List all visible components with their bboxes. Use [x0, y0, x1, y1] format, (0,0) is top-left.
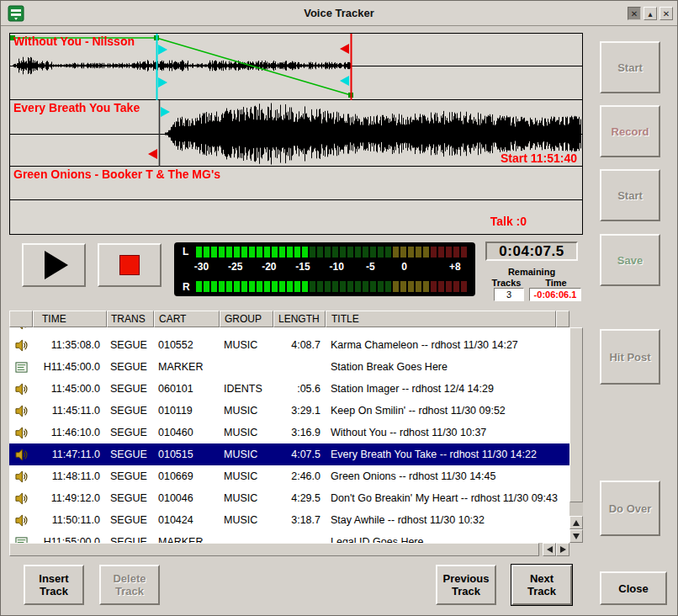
- log-cell-trans: SEGUE: [107, 536, 154, 543]
- speaker-icon: [15, 339, 28, 352]
- horizontal-scrollbar[interactable]: [9, 543, 569, 556]
- log-cell-cart: MARKER: [154, 361, 220, 373]
- time-remaining-label: Time: [532, 278, 580, 288]
- column-header-title[interactable]: TITLE: [326, 311, 556, 327]
- track-2-title: Every Breath You Take: [13, 101, 140, 114]
- log-row[interactable]: 11:49:12.0 SEGUE 010046 MUSIC 4:29.5 Don…: [9, 487, 569, 509]
- log-row[interactable]: 11:45:00.0 SEGUE 060101 IDENTS :05.6 Sta…: [9, 378, 569, 400]
- log-cell-title: Keep On Smilin' -- rdhost 11/30 09:52: [326, 405, 569, 417]
- next-track-label-line2: Track: [527, 585, 556, 597]
- log-cell-cart: 010669: [154, 470, 220, 482]
- waveform-track-2[interactable]: Every Breath You Take Start 11:51:40: [10, 100, 582, 167]
- insert-track-label-line2: Track: [40, 585, 68, 597]
- log-cell-trans: SEGUE: [107, 514, 154, 526]
- marker-icon: [15, 536, 28, 544]
- speaker-icon: [15, 427, 28, 439]
- log-header: TIME TRANS CART GROUP LENGTH TITLE: [9, 311, 583, 327]
- start-track1-button[interactable]: Start: [600, 41, 660, 93]
- window-pin-button[interactable]: ✕: [628, 7, 641, 20]
- delete-track-button[interactable]: DeleteTrack: [99, 565, 160, 605]
- log-cell-cart: MARKER: [154, 536, 220, 543]
- log-cell-icon: [9, 383, 33, 396]
- meter-left-label: L: [183, 246, 188, 258]
- meter-scale-label: -10: [330, 261, 344, 273]
- start-track2-button[interactable]: Start: [600, 169, 660, 221]
- play-button[interactable]: [22, 243, 86, 287]
- log-cell-title: Station Break Goes Here: [326, 361, 569, 373]
- meter-scale-label: -5: [366, 261, 375, 273]
- app-icon[interactable]: [8, 5, 24, 22]
- column-header-icon[interactable]: [9, 311, 33, 327]
- meter-scale-label: -15: [295, 261, 310, 273]
- log-cell-cart: 010460: [154, 427, 220, 438]
- log-cell-length: 3:29.1: [273, 405, 326, 417]
- log-cell-length: 2:46.0: [273, 470, 326, 482]
- log-cell-length: 3:16.9: [273, 427, 326, 438]
- marker-icon: [15, 361, 28, 374]
- log-cell-icon: [9, 492, 33, 505]
- hit-post-button[interactable]: Hit Post: [600, 329, 660, 385]
- column-header-time[interactable]: TIME: [33, 311, 107, 327]
- log-cell-time: H11:55:00.0: [33, 536, 107, 543]
- meter-scale-label: 0: [401, 261, 407, 273]
- log-row[interactable]: 11:35:08.0 SEGUE 010552 MUSIC 4:08.7 Kar…: [9, 334, 569, 356]
- log-cell-icon: [9, 449, 33, 461]
- log-cell-trans: SEGUE: [107, 492, 154, 504]
- elapsed-time-display: 0:04:07.5: [485, 242, 578, 261]
- log-row[interactable]: 11:47:11.0 SEGUE 010515 MUSIC 4:07.5 Eve…: [9, 443, 569, 465]
- horizontal-scrollbar-thumb[interactable]: [9, 543, 539, 556]
- play-icon: [45, 251, 68, 279]
- scroll-down-button[interactable]: [569, 529, 583, 543]
- column-header-group[interactable]: GROUP: [220, 311, 273, 327]
- scroll-left-button[interactable]: [543, 543, 556, 556]
- record-button[interactable]: Record: [600, 105, 660, 157]
- log-cell-cart: 010552: [154, 339, 220, 351]
- log-cell-title: Every Breath You Take -- rdhost 11/30 14…: [326, 449, 569, 460]
- log-row[interactable]: H11:55:00.0 SEGUE MARKER Legal ID Goes H…: [9, 531, 569, 543]
- scroll-right-button[interactable]: [556, 543, 569, 556]
- log-row[interactable]: H11:45:00.0 SEGUE MARKER Station Break G…: [9, 356, 569, 378]
- log-row[interactable]: 11:45:11.0 SEGUE 010119 MUSIC 3:29.1 Kee…: [9, 400, 569, 422]
- log-row[interactable]: 11:50:11.0 SEGUE 010424 MUSIC 3:18.7 Sta…: [9, 509, 569, 531]
- column-header-length[interactable]: LENGTH: [273, 311, 326, 327]
- column-header-trans[interactable]: TRANS: [107, 311, 154, 327]
- log-cell-trans: SEGUE: [107, 405, 154, 417]
- log-cell-title: Green Onions -- rdhost 11/30 14:45: [326, 470, 569, 482]
- waveform-track-3[interactable]: Green Onions - Booker T & The MG's Talk …: [10, 167, 582, 232]
- log-cell-cart: 010424: [154, 514, 220, 526]
- log-row[interactable]: [9, 327, 569, 334]
- log-cell-group: IDENTS: [220, 383, 273, 395]
- log-cell-group: MUSIC: [220, 514, 273, 526]
- column-header-cart[interactable]: CART: [154, 311, 220, 327]
- vertical-scrollbar-thumb[interactable]: [569, 327, 583, 502]
- do-over-button[interactable]: Do Over: [600, 481, 660, 536]
- previous-track-button[interactable]: PreviousTrack: [436, 565, 496, 605]
- close-button[interactable]: Close: [600, 571, 667, 605]
- log-row[interactable]: 11:46:10.0 SEGUE 010460 MUSIC 3:16.9 Wit…: [9, 422, 569, 443]
- window-shade-button[interactable]: ▴: [644, 7, 657, 20]
- speaker-icon: [15, 514, 28, 527]
- log-cell-time: 11:45:11.0: [33, 405, 107, 417]
- window-title: Voice Tracker: [1, 1, 677, 25]
- log-cell-title: Stay Awhile -- rdhost 11/30 10:32: [326, 514, 569, 526]
- vertical-scrollbar[interactable]: [569, 327, 583, 543]
- log-cell-title: Without You -- rdhost 11/30 10:37: [326, 427, 569, 438]
- stop-button[interactable]: [98, 243, 162, 287]
- log-cell-time: 11:49:12.0: [33, 492, 107, 504]
- next-track-button[interactable]: NextTrack: [511, 565, 572, 605]
- save-button[interactable]: Save: [600, 234, 660, 286]
- log-cell-icon: [9, 536, 33, 544]
- window-titlebar[interactable]: Voice Tracker ✕ ▴ ✕: [1, 1, 677, 26]
- speaker-icon: [15, 449, 28, 461]
- log-cell-icon: [9, 470, 33, 483]
- meter-left-leds: [196, 247, 470, 258]
- waveform-track-1[interactable]: Without You - Nilsson: [10, 34, 582, 100]
- log-cell-trans: SEGUE: [107, 449, 154, 460]
- scroll-up-button[interactable]: [569, 516, 583, 529]
- log-row[interactable]: 11:48:11.0 SEGUE 010669 MUSIC 2:46.0 Gre…: [9, 465, 569, 487]
- meter-right-label: R: [183, 281, 190, 293]
- insert-track-button[interactable]: InsertTrack: [24, 565, 84, 605]
- track-1-title: Without You - Nilsson: [13, 35, 135, 48]
- window-close-button[interactable]: ✕: [659, 7, 673, 20]
- meter-scale-label: -20: [262, 261, 276, 273]
